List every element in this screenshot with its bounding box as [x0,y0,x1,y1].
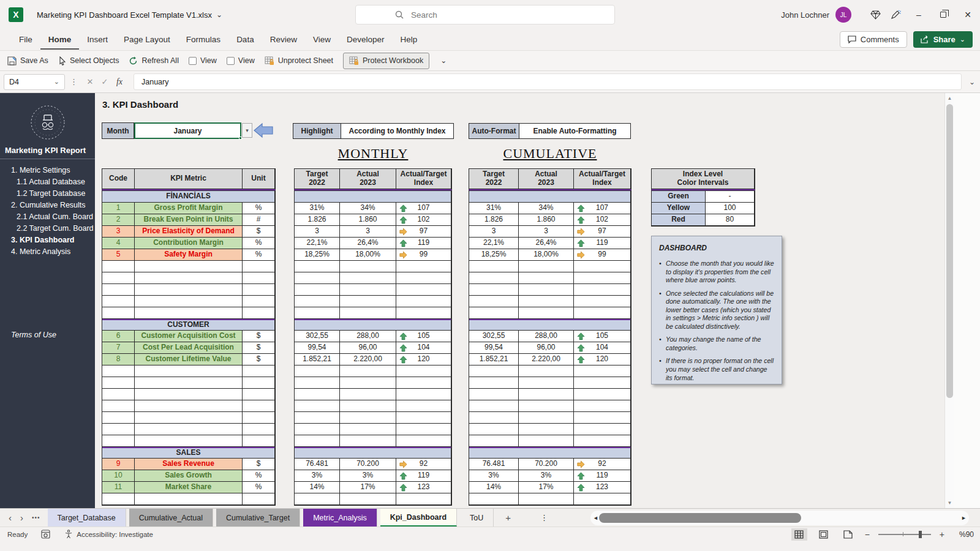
empty-cell[interactable] [469,400,519,412]
empty-cell[interactable] [574,365,631,377]
index-level-label-yellow[interactable]: Yellow [652,203,706,214]
empty-cell[interactable] [102,296,135,307]
monthly-index-cell[interactable]: 104 [396,342,451,354]
empty-cell[interactable] [340,400,396,412]
scroll-right-icon[interactable]: ► [961,515,967,521]
autoformat-value-cell[interactable]: Enable Auto-Formatting [519,123,631,139]
empty-cell[interactable] [135,365,243,377]
monthly-actual-cell[interactable]: 2.220,00 [340,354,396,365]
maximize-button[interactable] [931,2,956,27]
monthly-index-cell[interactable]: 97 [396,226,451,238]
empty-cell[interactable] [295,424,340,435]
empty-cell[interactable] [102,389,135,400]
monthly-actual-cell[interactable]: 26,4% [340,238,396,249]
month-label-cell[interactable]: Month [102,122,134,139]
cumulative-index-cell[interactable]: 104 [574,342,631,354]
all-sheets-button[interactable]: ••• [32,514,40,521]
sidebar-item-4-metric-analysis[interactable]: 4. Metric Analysis [0,246,95,257]
empty-cell[interactable] [295,307,340,319]
unit-cell[interactable]: # [243,214,275,226]
confirm-entry-button[interactable]: ✓ [97,77,112,86]
monthly-actual-cell[interactable]: 34% [340,203,396,214]
monthly-actual-cell[interactable]: 3% [340,470,396,482]
avatar[interactable]: JL [835,7,851,23]
monthly-index-cell[interactable]: 107 [396,203,451,214]
empty-cell[interactable] [396,412,451,424]
empty-cell[interactable] [519,261,574,272]
cumulative-index-cell[interactable]: 120 [574,354,631,365]
index-level-label-red[interactable]: Red [652,214,706,226]
monthly-target-cell[interactable]: 18,25% [295,249,340,261]
empty-cell[interactable] [469,377,519,389]
empty-cell[interactable] [295,284,340,296]
index-level-value-yellow[interactable]: 100 [706,203,755,214]
metric-cell-break-even-point-in-units[interactable]: Break Even Point in Units [135,214,243,226]
empty-cell[interactable] [396,307,451,319]
monthly-index-cell[interactable]: 119 [396,238,451,249]
unit-cell[interactable]: $ [243,354,275,365]
empty-cell[interactable] [295,389,340,400]
empty-cell[interactable] [135,493,243,505]
unit-header[interactable]: Unit [243,169,275,189]
cumulative-index-cell[interactable]: 119 [574,470,631,482]
monthly-target-cell[interactable]: 3% [295,470,340,482]
scroll-up-icon[interactable]: ▲ [945,96,954,101]
empty-cell[interactable] [396,296,451,307]
monthly-target-cell[interactable]: 99,54 [295,342,340,354]
menu-tab-help[interactable]: Help [393,31,426,50]
empty-cell[interactable] [243,284,275,296]
empty-cell[interactable] [519,400,574,412]
code-cell[interactable]: 7 [102,342,135,354]
empty-cell[interactable] [340,412,396,424]
code-cell[interactable]: 5 [102,249,135,261]
monthly-actual-cell[interactable]: 17% [340,482,396,493]
empty-cell[interactable] [340,493,396,505]
empty-cell[interactable] [135,296,243,307]
code-header[interactable]: Code [102,169,135,189]
empty-cell[interactable] [396,389,451,400]
monthly-index-cell[interactable]: 120 [396,354,451,365]
code-cell[interactable]: 11 [102,482,135,493]
empty-cell[interactable] [135,307,243,319]
empty-cell[interactable] [469,284,519,296]
unit-cell[interactable]: $ [243,342,275,354]
cumulative-target-cell[interactable]: 14% [469,482,519,493]
menu-tab-review[interactable]: Review [262,31,305,50]
empty-cell[interactable] [295,296,340,307]
sheet-tab-tou[interactable]: ToU [460,509,494,527]
empty-cell[interactable] [340,424,396,435]
empty-cell[interactable] [340,365,396,377]
month-dropdown-button[interactable]: ▾ [242,123,252,138]
index-level-value-green[interactable]: - [706,191,755,203]
cumulative-actual-cell[interactable]: 1.860 [519,214,574,226]
empty-cell[interactable] [396,365,451,377]
metric-cell-cost-per-lead-acquisition[interactable]: Cost Per Lead Acquisition [135,342,243,354]
empty-cell[interactable] [135,377,243,389]
monthly-target-cell[interactable]: 1.826 [295,214,340,226]
cancel-entry-button[interactable]: ✕ [83,77,97,86]
empty-cell[interactable] [574,296,631,307]
empty-cell[interactable] [135,284,243,296]
monthly-index-cell[interactable]: 123 [396,482,451,493]
monthly-target-cell[interactable]: 76.481 [295,459,340,470]
monthly-section-band[interactable] [295,447,451,459]
monthly-target-cell[interactable]: 22,1% [295,238,340,249]
empty-cell[interactable] [469,493,519,505]
unprotect-sheet-button[interactable]: Unprotect Sheet [265,56,333,66]
empty-cell[interactable] [469,435,519,447]
checkbox-icon[interactable] [227,57,235,65]
empty-cell[interactable] [469,272,519,284]
empty-cell[interactable] [519,296,574,307]
empty-cell[interactable] [102,412,135,424]
empty-cell[interactable] [519,365,574,377]
metric-cell-market-share[interactable]: Market Share [135,482,243,493]
name-box-splitter[interactable]: ⋮ [70,77,78,86]
insert-function-button[interactable]: fx [112,77,127,87]
horizontal-scroll-thumb[interactable] [599,513,801,523]
page-layout-view-button[interactable] [816,528,832,541]
empty-cell[interactable] [574,307,631,319]
empty-cell[interactable] [243,412,275,424]
metric-cell-price-elasticity-of-demand[interactable]: Price Elasticity of Demand [135,226,243,238]
monthly-index-header[interactable]: Actual/TargetIndex [396,169,451,189]
sheet-tab-metric-analysis[interactable]: Metric_Analysis [303,509,377,527]
